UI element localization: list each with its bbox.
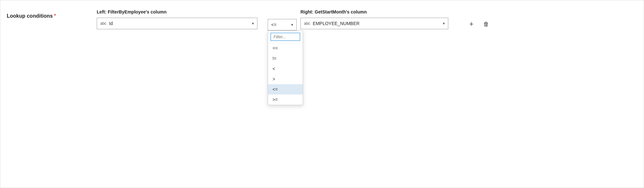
right-column-chevron-icon: ▾ — [443, 21, 445, 26]
right-column-value: EMPLOYEE_NUMBER — [313, 21, 443, 26]
operator-option-lt[interactable]: < — [268, 64, 303, 74]
left-type-label: abc — [100, 21, 106, 26]
operator-value: <= — [271, 22, 291, 27]
add-condition-button[interactable]: + — [466, 19, 477, 29]
operator-chevron-icon: ▾ — [291, 22, 293, 27]
left-column-header: Left: FilterByEmployee's column — [97, 9, 264, 14]
operator-option-eq[interactable]: == — [268, 43, 303, 53]
operator-option-gte[interactable]: >= — [268, 94, 303, 105]
right-column-header: Right: GetStartMonth's column — [300, 9, 461, 14]
operator-option-gt[interactable]: > — [268, 74, 303, 84]
operator-dropdown[interactable]: <= ▾ — [268, 19, 297, 31]
operator-option-neq[interactable]: != — [268, 53, 303, 64]
right-column-dropdown[interactable]: abc EMPLOYEE_NUMBER ▾ — [300, 18, 448, 29]
operator-option-lte[interactable]: <= — [268, 84, 303, 94]
operator-section: <= ▾ == != < > <= >= — [268, 9, 297, 31]
right-column-section: Right: GetStartMonth's column abc EMPLOY… — [300, 9, 461, 29]
left-column-dropdown[interactable]: abc Id ▾ — [97, 18, 257, 29]
left-column-section: Left: FilterByEmployee's column abc Id ▾ — [97, 9, 264, 29]
filter-input-wrapper — [268, 31, 303, 43]
filter-input[interactable] — [271, 33, 300, 41]
delete-condition-button[interactable]: 🗑 — [481, 19, 491, 29]
actions-section: + 🗑 — [466, 19, 491, 29]
label-section: Lookup conditions * — [7, 9, 97, 19]
lookup-conditions-label: Lookup conditions — [7, 13, 53, 19]
right-type-label: abc — [304, 21, 310, 26]
left-column-value: Id — [109, 21, 252, 26]
left-column-chevron-icon: ▾ — [252, 21, 254, 26]
operator-popup: == != < > <= >= — [268, 31, 303, 105]
required-indicator: * — [54, 13, 56, 19]
lookup-conditions-panel: Lookup conditions * Left: FilterByEmploy… — [0, 0, 644, 188]
